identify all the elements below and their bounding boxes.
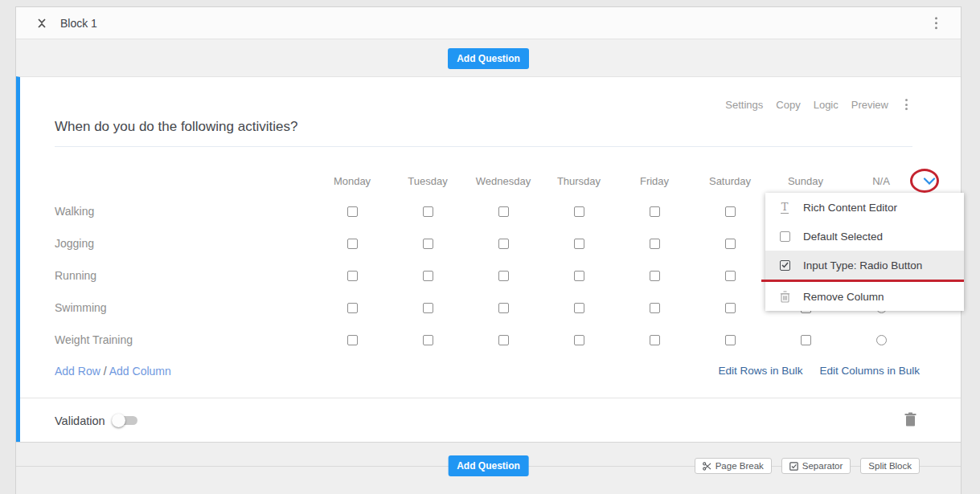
matrix-row-label[interactable]: Running <box>55 269 314 282</box>
matrix-checkbox[interactable] <box>347 271 358 281</box>
validation-toggle[interactable] <box>113 416 137 425</box>
collapse-block-icon[interactable] <box>35 17 48 30</box>
question-options-kebab-icon[interactable] <box>903 96 910 112</box>
menu-item-label: Remove Column <box>803 291 884 303</box>
page-break-button[interactable]: Page Break <box>695 458 772 474</box>
matrix-checkbox[interactable] <box>725 303 736 313</box>
matrix-checkbox[interactable] <box>347 303 358 313</box>
column-header-wednesday[interactable]: Wednesday <box>465 175 541 187</box>
matrix-checkbox[interactable] <box>423 239 433 249</box>
column-header-tuesday[interactable]: Tuesday <box>390 175 465 187</box>
column-header-monday[interactable]: Monday <box>314 175 390 187</box>
bottom-add-question-strip: Add Question Page Break Separator <box>16 442 961 494</box>
matrix-checkbox[interactable] <box>650 271 660 281</box>
matrix-checkbox[interactable] <box>574 271 584 281</box>
matrix-checkbox[interactable] <box>498 335 509 345</box>
split-block-button[interactable]: Split Block <box>860 458 920 474</box>
matrix-checkbox[interactable] <box>347 239 358 249</box>
rich-text-icon: T <box>777 202 792 214</box>
matrix-checkbox[interactable] <box>574 206 584 217</box>
matrix-row-label[interactable]: Walking <box>55 205 314 218</box>
scissors-icon <box>703 462 711 471</box>
matrix-radio[interactable] <box>876 335 887 345</box>
menu-item-label: Input Type: Radio Button <box>803 259 922 271</box>
preview-link[interactable]: Preview <box>851 99 888 111</box>
annotation-underline <box>761 280 964 282</box>
matrix-checkbox[interactable] <box>650 303 660 313</box>
column-header-thursday[interactable]: Thursday <box>541 175 617 187</box>
checkbox-empty-icon <box>777 231 792 242</box>
column-header-saturday[interactable]: Saturday <box>692 175 768 187</box>
matrix-checkbox[interactable] <box>498 303 509 313</box>
add-question-button-top[interactable]: Add Question <box>448 48 529 69</box>
add-question-button-bottom[interactable]: Add Question <box>448 455 529 476</box>
matrix-checkbox[interactable] <box>423 206 433 217</box>
split-block-label: Split Block <box>868 461 912 471</box>
menu-item-label: Rich Content Editor <box>803 202 897 214</box>
matrix-checkbox[interactable] <box>725 206 736 217</box>
matrix-row-label[interactable]: Swimming <box>55 301 314 314</box>
matrix-checkbox[interactable] <box>574 303 584 313</box>
validation-bar: Validation <box>20 398 961 443</box>
matrix-row-label[interactable]: Weight Training <box>55 333 314 346</box>
matrix-checkbox[interactable] <box>574 239 584 249</box>
checkbox-checked-icon <box>777 260 792 271</box>
column-header-sunday[interactable]: Sunday <box>768 175 843 187</box>
question-toolbar: Settings Copy Logic Preview <box>725 96 910 112</box>
matrix-checkbox[interactable] <box>650 239 660 249</box>
matrix-checkbox[interactable] <box>347 335 358 345</box>
top-add-question-strip: Add Question <box>16 39 961 77</box>
separator-label: Separator <box>802 461 843 471</box>
matrix-checkbox[interactable] <box>725 271 736 281</box>
matrix-checkbox[interactable] <box>725 239 736 249</box>
matrix-checkbox[interactable] <box>801 335 811 345</box>
matrix-checkbox[interactable] <box>498 271 509 281</box>
menu-item-label: Default Selected <box>803 231 883 243</box>
page-break-label: Page Break <box>716 461 764 471</box>
matrix-checkbox[interactable] <box>574 335 584 345</box>
matrix-checkbox[interactable] <box>423 335 433 345</box>
matrix-checkbox[interactable] <box>423 271 433 281</box>
column-header-friday[interactable]: Friday <box>617 175 692 187</box>
link-separator: / <box>104 365 107 378</box>
block-title: Block 1 <box>60 17 97 30</box>
matrix-checkbox[interactable] <box>725 335 736 345</box>
add-row-link[interactable]: Add Row <box>55 365 100 378</box>
column-options-menu: T Rich Content Editor Default Selected I… <box>765 193 964 311</box>
bulk-edit-links: Edit Rows in Bulk Edit Columns in Bulk <box>718 365 920 377</box>
menu-item-rich-content-editor[interactable]: T Rich Content Editor <box>765 193 964 222</box>
delete-question-trash-icon[interactable] <box>904 412 916 430</box>
matrix-header-row: Monday Tuesday Wednesday Thursday Friday… <box>55 167 940 195</box>
matrix-checkbox[interactable] <box>650 335 660 345</box>
question-title[interactable]: When do you do the following activities? <box>55 119 912 147</box>
matrix-checkbox[interactable] <box>498 206 509 217</box>
block-header: Block 1 <box>16 7 961 39</box>
matrix-checkbox[interactable] <box>650 206 660 217</box>
copy-link[interactable]: Copy <box>776 99 800 111</box>
separator-button[interactable]: Separator <box>781 458 851 474</box>
checked-box-icon <box>789 462 798 471</box>
matrix-row-label[interactable]: Jogging <box>55 237 314 250</box>
menu-item-remove-column[interactable]: Remove Column <box>765 282 964 311</box>
trash-icon <box>777 291 792 303</box>
matrix-row-weight-training: Weight Training <box>55 324 940 356</box>
matrix-checkbox[interactable] <box>498 239 509 249</box>
edit-rows-bulk-link[interactable]: Edit Rows in Bulk <box>718 365 802 377</box>
settings-link[interactable]: Settings <box>725 99 763 111</box>
edit-columns-bulk-link[interactable]: Edit Columns in Bulk <box>819 365 920 377</box>
column-menu-chevron-down-icon[interactable] <box>919 178 940 185</box>
logic-link[interactable]: Logic <box>814 99 839 111</box>
matrix-checkbox[interactable] <box>423 303 433 313</box>
matrix-checkbox[interactable] <box>347 206 358 217</box>
block-options-kebab-icon[interactable] <box>933 14 941 32</box>
row-column-links: Add Row / Add Column <box>55 365 171 378</box>
add-column-link[interactable]: Add Column <box>109 365 171 378</box>
block-tools: Page Break Separator Split Block <box>695 458 920 474</box>
validation-label: Validation <box>55 414 105 427</box>
menu-item-default-selected[interactable]: Default Selected <box>765 222 964 251</box>
column-header-na[interactable]: N/A <box>843 175 919 187</box>
survey-builder-page: Block 1 Add Question Settings Copy Logic… <box>0 0 980 494</box>
menu-item-input-type-radio-button[interactable]: Input Type: Radio Button <box>765 251 964 280</box>
